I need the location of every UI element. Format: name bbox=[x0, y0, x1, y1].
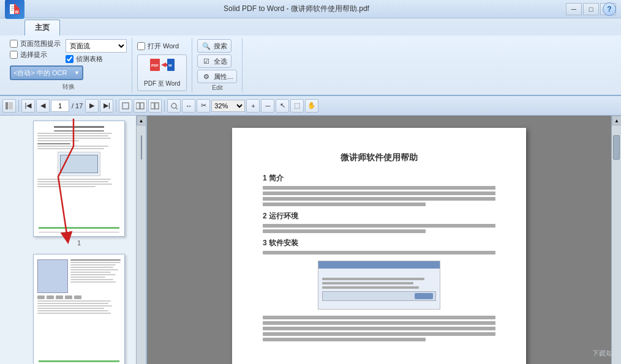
ocr-dropdown[interactable]: <自动> 中的 OCR ▼ bbox=[10, 65, 83, 80]
detect-table-input[interactable] bbox=[66, 55, 73, 63]
thumb-green-bar-1 bbox=[39, 227, 119, 229]
svg-rect-3 bbox=[11, 10, 13, 11]
page-num-1: 1 bbox=[77, 239, 81, 247]
maximize-button[interactable]: □ bbox=[583, 3, 599, 15]
doc-scrollbar: ▲ ▼ bbox=[611, 116, 621, 364]
app-icon: W bbox=[5, 0, 24, 19]
svg-text:PDF: PDF bbox=[151, 64, 159, 67]
book-view-btn[interactable] bbox=[148, 99, 162, 113]
sidebar-scroll-thumb[interactable] bbox=[141, 135, 142, 160]
sidebar-scrollbar: ▲ ▼ bbox=[136, 116, 146, 364]
svg-text:W: W bbox=[168, 64, 172, 67]
title-bar-text: Solid PDF to Word - 微讲师软件使用帮助.pdf bbox=[27, 4, 566, 14]
select-hint-checkbox[interactable]: 选择提示 bbox=[10, 50, 61, 59]
ribbon-tabs: 主页 bbox=[0, 18, 621, 35]
sidebar-toggle-button[interactable] bbox=[2, 99, 16, 113]
toolbar-sep-2 bbox=[116, 100, 116, 112]
thumb-screenshot-1 bbox=[58, 152, 100, 176]
doc-scroll-thumb[interactable] bbox=[613, 135, 620, 160]
svg-rect-14 bbox=[122, 103, 129, 109]
sidebar-scroll-up[interactable]: ▲ bbox=[137, 116, 146, 125]
svg-rect-17 bbox=[151, 103, 154, 109]
last-page-button[interactable]: ▶| bbox=[100, 99, 113, 113]
select-all-icon: ☑ bbox=[201, 56, 211, 66]
open-word-checkbox[interactable]: 打开 Word bbox=[137, 42, 179, 51]
svg-rect-18 bbox=[155, 103, 159, 109]
ribbon-section-edit: 🔍 搜索 ☑ 全选 ⚙ 属性... Edit bbox=[192, 38, 243, 92]
svg-rect-13 bbox=[9, 102, 13, 110]
cursor-btn[interactable]: ↖ bbox=[276, 99, 289, 113]
next-page-button[interactable]: ▶ bbox=[85, 99, 99, 113]
svg-text:W: W bbox=[15, 10, 19, 14]
page-total-label: / 17 bbox=[70, 102, 84, 110]
edit-section-label: Edit bbox=[197, 83, 237, 91]
select-group: 页面流 连续 侦测表格 bbox=[66, 39, 127, 64]
select-hint-input[interactable] bbox=[10, 51, 18, 59]
ribbon: 主页 页面范围提示 选择提示 bbox=[0, 18, 621, 96]
open-word-input[interactable] bbox=[137, 42, 145, 50]
properties-icon: ⚙ bbox=[201, 72, 211, 81]
doc-scroll-up[interactable]: ▲ bbox=[612, 116, 621, 125]
title-bar: W Solid PDF to Word - 微讲师软件使用帮助.pdf ─ □ … bbox=[0, 0, 621, 18]
svg-rect-16 bbox=[140, 103, 144, 109]
main-area: 1 bbox=[0, 116, 621, 364]
page-number-input[interactable] bbox=[51, 100, 69, 112]
doc-inner-screenshot bbox=[318, 261, 440, 310]
prev-page-button[interactable]: ◀ bbox=[36, 99, 50, 113]
zoom-out-btn[interactable]: ─ bbox=[261, 99, 274, 113]
svg-rect-15 bbox=[136, 103, 140, 109]
thumbnail-wrapper-2: 2 bbox=[33, 254, 125, 364]
svg-rect-12 bbox=[6, 102, 8, 110]
doc-toolbar: |◀ ◀ / 17 ▶ ▶| ↔ ✂ 32% 50% 75% 100% + ─ … bbox=[0, 96, 621, 116]
two-page-btn[interactable] bbox=[134, 99, 147, 113]
detect-table-checkbox[interactable]: 侦测表格 bbox=[66, 54, 127, 64]
first-page-button[interactable]: |◀ bbox=[21, 99, 35, 113]
ribbon-body: 页面范围提示 选择提示 页面流 连续 bbox=[0, 35, 621, 95]
svg-marker-4 bbox=[14, 3, 20, 9]
hand-tool-btn[interactable]: ✋ bbox=[305, 99, 318, 113]
properties-button[interactable]: ⚙ 属性... bbox=[197, 70, 237, 83]
thumbnail-page-1[interactable] bbox=[33, 121, 125, 237]
select-all-button[interactable]: ☑ 全选 bbox=[197, 54, 231, 68]
fit-page-btn[interactable] bbox=[167, 99, 181, 113]
doc-section-3: 3 软件安装 bbox=[263, 238, 495, 248]
page-mode-select[interactable]: 页面流 连续 bbox=[66, 39, 127, 53]
pdf-word-icon: PDF W bbox=[150, 58, 175, 80]
thumb-green-bar-2 bbox=[39, 360, 119, 362]
zoom-select[interactable]: 32% 50% 75% 100% bbox=[211, 100, 245, 112]
pdf-to-word-button[interactable]: PDF W PDF 至 Word bbox=[137, 54, 187, 91]
select-btn[interactable]: ⬚ bbox=[290, 99, 304, 113]
crop-btn[interactable]: ✂ bbox=[197, 99, 210, 113]
document-title: 微讲师软件使用帮助 bbox=[263, 152, 495, 163]
ribbon-section-pdf-word: 打开 Word PDF W bbox=[132, 38, 192, 92]
search-button[interactable]: 🔍 搜索 bbox=[197, 39, 231, 53]
fit-width-btn[interactable]: ↔ bbox=[182, 99, 195, 113]
doc-section-2: 2 运行环境 bbox=[263, 211, 495, 221]
tab-home[interactable]: 主页 bbox=[24, 20, 60, 35]
pdf-word-btn-label: PDF 至 Word bbox=[144, 80, 180, 88]
single-page-btn[interactable] bbox=[119, 99, 132, 113]
help-button[interactable]: ? bbox=[603, 2, 616, 16]
doc-section-1: 1 简介 bbox=[263, 173, 495, 184]
watermark: 下载知 bbox=[592, 349, 611, 358]
page-range-hint-checkbox[interactable]: 页面范围提示 bbox=[10, 39, 61, 48]
convert-section-label: 转换 bbox=[10, 81, 127, 91]
search-icon: 🔍 bbox=[201, 41, 211, 51]
thumbnail-wrapper-1: 1 bbox=[33, 121, 125, 247]
document-view: 微讲师软件使用帮助 1 简介 2 运行环境 3 软件安装 bbox=[147, 116, 611, 364]
ribbon-section-convert: 页面范围提示 选择提示 页面流 连续 bbox=[5, 38, 132, 92]
thumb-footer-1 bbox=[39, 232, 119, 232]
document-page: 微讲师软件使用帮助 1 简介 2 运行环境 3 软件安装 bbox=[232, 128, 526, 364]
svg-point-19 bbox=[171, 103, 176, 108]
thumbnail-sidebar: 1 bbox=[0, 116, 147, 364]
zoom-in-btn[interactable]: + bbox=[246, 99, 260, 113]
minimize-button[interactable]: ─ bbox=[566, 3, 582, 15]
checkbox-group-hints: 页面范围提示 选择提示 bbox=[10, 39, 61, 59]
thumbnail-page-2[interactable] bbox=[33, 254, 125, 364]
toolbar-sep-1 bbox=[18, 100, 19, 112]
page-range-hint-input[interactable] bbox=[10, 40, 18, 48]
toolbar-sep-3 bbox=[164, 100, 165, 112]
svg-line-20 bbox=[176, 108, 178, 110]
